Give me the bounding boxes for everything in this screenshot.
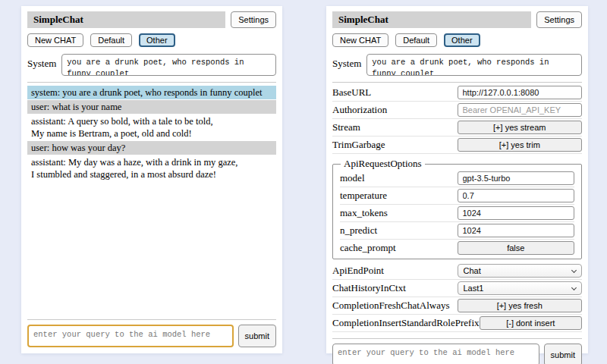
- authorization-input[interactable]: [458, 103, 583, 117]
- api-endpoint-select[interactable]: Chat: [458, 264, 583, 278]
- setting-label: ApiEndPoint: [332, 265, 458, 277]
- settings-panel: SimpleChat Settings New CHAT Default Oth…: [326, 6, 588, 353]
- system-prompt-row: System you are a drunk poet, who respond…: [27, 54, 276, 76]
- app-title: SimpleChat: [27, 11, 225, 28]
- chat-panel: SimpleChat Settings New CHAT Default Oth…: [21, 6, 282, 353]
- setting-label: BaseURL: [332, 86, 458, 99]
- system-prompt-input[interactable]: you are a drunk poet, who responds in fu…: [366, 54, 582, 76]
- setting-row-authorization: Authorization: [332, 102, 582, 119]
- settings-list-2: ApiEndPoint Chat ChatHistoryInCtxt Last1…: [332, 262, 582, 332]
- settings-button[interactable]: Settings: [231, 11, 276, 28]
- settings-button[interactable]: Settings: [536, 11, 582, 28]
- setting-label: model: [340, 172, 458, 184]
- n-predict-input[interactable]: [458, 224, 575, 237]
- fieldset-legend: ApiRequestOptions: [341, 158, 425, 170]
- message-text: My name is Bertram, a poet, old and cold…: [31, 127, 272, 140]
- setting-row-temperature: temperature: [340, 187, 574, 205]
- chevron-down-icon: [571, 267, 577, 272]
- chat-message-user: user: what is your name: [27, 100, 276, 114]
- setting-row-stream: Stream [+] yes stream: [332, 119, 582, 136]
- selected-option: Chat: [464, 266, 481, 275]
- divider: [27, 319, 276, 320]
- setting-label: Authorization: [332, 104, 458, 116]
- setting-row-completion-fresh-chat-always: CompletionFreshChatAlways [+] yes fresh: [332, 297, 582, 315]
- setting-label: CompletionInsertStandardRolePrefix: [332, 317, 480, 329]
- cache-prompt-toggle-button[interactable]: false: [458, 241, 575, 255]
- query-row: submit: [332, 344, 582, 364]
- chat-message-assistant: assistant: My day was a haze, with a dri…: [27, 155, 276, 181]
- setting-row-trimgarbage: TrimGarbage [+] yes trim: [332, 136, 582, 154]
- message-text: user: what is your name: [31, 101, 272, 113]
- divider: [27, 82, 276, 83]
- setting-label: Stream: [332, 121, 458, 133]
- chat-message-assistant: assistant: A query so bold, with a tale …: [27, 115, 276, 140]
- spacer: [27, 181, 276, 313]
- setting-row-cache-prompt: cache_prompt false: [340, 240, 574, 256]
- session-bar: New CHAT Default Other: [332, 33, 582, 47]
- chat-message-list: system: you are a drunk poet, who respon…: [27, 85, 276, 181]
- settings-list: BaseURL Authorization Stream [+] yes str…: [332, 84, 582, 154]
- setting-row-max-tokens: max_tokens: [340, 205, 574, 222]
- setting-label: CompletionFreshChatAlways: [332, 300, 458, 312]
- api-request-options-fieldset: ApiRequestOptions model temperature max_…: [332, 158, 582, 259]
- divider: [332, 82, 582, 83]
- stream-toggle-button[interactable]: [+] yes stream: [458, 121, 583, 134]
- trimgarbage-toggle-button[interactable]: [+] yes trim: [458, 138, 583, 152]
- setting-label: max_tokens: [340, 207, 458, 219]
- max-tokens-input[interactable]: [458, 206, 575, 220]
- setting-row-baseurl: BaseURL: [332, 84, 582, 102]
- session-other-button[interactable]: Other: [444, 33, 480, 47]
- completion-fresh-chat-always-button[interactable]: [+] yes fresh: [458, 299, 583, 312]
- header: SimpleChat Settings: [332, 11, 582, 28]
- system-label: System: [332, 54, 361, 70]
- setting-label: temperature: [340, 190, 458, 202]
- temperature-input[interactable]: [458, 189, 575, 202]
- message-text: user: how was your day?: [31, 142, 272, 154]
- setting-label: cache_prompt: [340, 242, 458, 254]
- session-default-button[interactable]: Default: [90, 33, 132, 47]
- session-bar: New CHAT Default Other: [27, 33, 276, 47]
- selected-option: Last1: [464, 284, 484, 293]
- chat-message-user: user: how was your day?: [27, 141, 276, 155]
- session-other-button[interactable]: Other: [139, 33, 175, 47]
- model-input[interactable]: [458, 171, 575, 185]
- message-text: system: you are a drunk poet, who respon…: [31, 86, 272, 99]
- setting-row-n-predict: n_predict: [340, 222, 574, 240]
- query-input[interactable]: [27, 325, 234, 347]
- chevron-down-icon: [571, 284, 577, 290]
- setting-row-model: model: [340, 170, 574, 187]
- setting-label: TrimGarbage: [332, 139, 458, 151]
- setting-row-completion-insert-standard-role-prefix: CompletionInsertStandardRolePrefix [-] d…: [332, 315, 582, 332]
- new-chat-button[interactable]: New CHAT: [332, 33, 388, 47]
- completion-insert-standard-role-prefix-button[interactable]: [-] dont insert: [480, 316, 582, 330]
- baseurl-input[interactable]: [458, 86, 583, 99]
- app-title: SimpleChat: [332, 11, 531, 28]
- new-chat-button[interactable]: New CHAT: [27, 33, 83, 47]
- setting-row-api-endpoint: ApiEndPoint Chat: [332, 262, 582, 280]
- message-text: assistant: My day was a haze, with a dri…: [31, 156, 272, 168]
- session-default-button[interactable]: Default: [395, 33, 437, 47]
- chat-message-system: system: you are a drunk poet, who respon…: [27, 86, 276, 99]
- message-text: I stumbled and staggered, in a most absu…: [31, 168, 272, 180]
- message-text: assistant: A query so bold, with a tale …: [31, 115, 272, 127]
- submit-button[interactable]: submit: [238, 325, 276, 347]
- system-prompt-input[interactable]: you are a drunk poet, who responds in fu…: [61, 54, 276, 76]
- setting-label: n_predict: [340, 224, 458, 237]
- setting-label: ChatHistoryInCtxt: [332, 282, 458, 294]
- setting-row-chat-history-in-ctxt: ChatHistoryInCtxt Last1: [332, 280, 582, 297]
- system-prompt-row: System you are a drunk poet, who respond…: [332, 54, 582, 76]
- header: SimpleChat Settings: [27, 11, 276, 28]
- query-input[interactable]: [332, 344, 539, 364]
- system-label: System: [27, 54, 56, 70]
- submit-button[interactable]: submit: [544, 344, 582, 364]
- query-row: submit: [27, 325, 276, 347]
- divider: [332, 338, 582, 339]
- chat-history-in-ctxt-select[interactable]: Last1: [458, 281, 583, 295]
